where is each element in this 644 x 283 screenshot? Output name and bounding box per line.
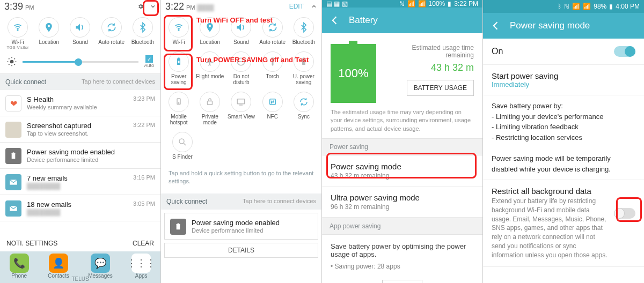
brightness-slider[interactable] [23,61,138,63]
notif-email1[interactable]: 7 new emails ████████ 3:16 PM [0,169,160,195]
qs-label: Wi-Fi [172,39,185,45]
auto-brightness-label: Auto [144,63,154,68]
quick-connect-bar[interactable]: Quick connect Tap here to connect device… [0,74,160,90]
qs-dnd[interactable]: Do not disturb [226,51,256,85]
qs-bluetooth[interactable]: Bluetooth [289,17,319,45]
qs-label: Private mode [195,114,225,125]
qs-flight-mode[interactable]: Flight mode [195,51,225,85]
back-arrow-icon[interactable] [330,15,340,26]
battery-pct: 98% [594,3,606,10]
qs-sound[interactable]: Sound [226,17,256,45]
qs-label: Sync [298,114,310,120]
start-power-saving-item[interactable]: Start power saving Immediately [483,65,644,95]
notif-screenshot[interactable]: Screenshot captured Tap to view screensh… [0,116,160,143]
notif-email2[interactable]: 18 new emails ████████ 3:05 PM [0,195,160,221]
qs-private-mode[interactable]: Private mode [195,92,225,125]
carrier-label: TELUS [0,276,160,282]
clear-button[interactable]: CLEAR [133,240,154,247]
collapse-chevron-icon[interactable] [311,3,317,10]
qs-smart-view[interactable]: Smart View [226,92,256,125]
quick-connect-hint: Tap here to connect devices [82,78,155,86]
quick-settings-row: Wi-Fi TGS-Visitor Location Sound Auto ro… [0,13,160,52]
settings-gear-icon[interactable] [137,3,144,10]
qs-wifi-label: Wi-Fi [11,39,24,45]
power-saving-mode-screen: ᛒ ℕ 📶 📶 98% ▮ 4:00 PM Power saving mode … [483,0,644,283]
qs-label: NFC [267,114,278,120]
qs-sync[interactable]: Sync [289,92,319,125]
qs-location[interactable]: Location [34,17,64,50]
clock-time: 3:22 [165,1,184,12]
qs-autorotate[interactable]: Auto rotate [97,17,127,50]
restrict-toggle[interactable] [614,208,635,219]
notif-powersaving[interactable]: Power saving mode enabled Device perform… [164,213,318,240]
qs-hint-text: Tap and hold a quick setting button to g… [161,162,321,193]
sfinder-button[interactable]: S Finder [167,132,197,160]
notif-shealth[interactable]: ❤ S Health Weekly summary available 3:23… [0,90,160,116]
notif-title: Power saving mode enabled [192,219,312,227]
qs-ultra-power-saving[interactable]: U. power saving [289,51,319,85]
status-actions: EDIT [289,3,317,10]
item-sub: 96 h 32 m remaining [331,203,474,211]
qs-wifi[interactable]: Wi-Fi [164,17,194,45]
qs-autorotate[interactable]: Auto rotate [258,17,288,45]
back-arrow-icon[interactable] [491,20,501,31]
svg-rect-20 [178,223,179,224]
notif-time: 3:23 PM [133,95,155,111]
qs-power-saving[interactable]: Power saving [164,51,194,85]
qs-wifi[interactable]: Wi-Fi TGS-Visitor [3,17,33,50]
email-icon [5,200,21,217]
status-bar: ᛒ ℕ 📶 📶 98% ▮ 4:00 PM [483,0,644,13]
battery-icon: ▮ [448,0,451,8]
status-bar: 3:39 PM [0,0,160,13]
power-saving-mode-item[interactable]: Power saving mode 43 h 32 m remaining [322,155,482,187]
qs-label: Bluetooth [292,39,315,45]
qs-autorotate-label: Auto rotate [98,39,125,45]
dock-contacts[interactable]: 👤Contacts [48,254,69,279]
qs-nfc[interactable]: NFC [258,92,288,125]
dock-messages[interactable]: 💬Messages [88,254,113,279]
qs-location[interactable]: Location [195,17,225,45]
dock-phone[interactable]: 📞Phone [10,254,29,279]
on-toggle[interactable] [614,46,635,57]
expand-chevron-icon[interactable] [150,3,156,10]
qs-sound[interactable]: Sound [65,17,95,50]
svg-point-1 [10,60,14,64]
app-power-saving-item[interactable]: Save battery power by optimising the pow… [322,235,482,277]
notif-powersaving[interactable]: Power saving mode enabled Device perform… [0,143,160,169]
section-app-power-saving: App power saving [322,218,482,235]
status-bar: 3:22 PM ████ EDIT [161,0,321,13]
save-by-heading: Save battery power by: [492,101,635,111]
qs-sound-label: Sound [72,39,88,45]
qs-bluetooth[interactable]: Bluetooth [128,17,158,50]
quick-connect-bar[interactable]: Quick connect Tap here to connect device… [161,193,321,210]
app-details-button[interactable]: DETAILS [322,277,482,283]
noti-settings-button[interactable]: NOTI. SETTINGS [6,240,57,247]
item-value: Immediately [492,80,635,88]
restrict-background-item[interactable]: Restrict all background data Extend your… [483,180,644,267]
qs-torch[interactable]: Torch [258,51,288,85]
svg-point-0 [17,29,18,31]
edit-button[interactable]: EDIT [289,3,304,10]
details-button[interactable]: DETAILS [164,243,318,258]
qs-mobile-hotspot[interactable]: Mobile hotspot [164,92,194,125]
battery-icon [5,148,21,164]
notif-sub: Weekly summary available [27,104,128,110]
wifi-icon: 📶 [572,3,580,10]
shealth-icon: ❤ [5,95,21,111]
wifi-icon: 📶 [407,0,415,8]
quick-connect-hint: Tap here to connect devices [243,198,316,205]
quick-connect-label: Quick connect [166,198,207,205]
battery-usage-button[interactable]: BATTERY USAGE [407,80,474,96]
dock-apps[interactable]: ⋮⋮⋮Apps [131,254,151,279]
screen-header: Battery [322,8,482,33]
ultra-power-saving-mode-item[interactable]: Ultra power saving mode 96 h 32 m remain… [322,187,482,218]
quick-connect-label: Quick connect [5,78,46,86]
status-actions [137,3,156,10]
battery-icon [170,219,186,235]
sfinder-row: S Finder [161,128,321,162]
shade-actions: NOTI. SETTINGS CLEAR [0,235,160,251]
quick-settings-row3: Mobile hotspot Private mode Smart View N… [161,87,321,128]
item-desc: Extend your battery life by restricting … [492,197,608,260]
on-toggle-row[interactable]: On [483,39,644,65]
auto-brightness-checkbox[interactable]: ✓ Auto [144,55,154,68]
